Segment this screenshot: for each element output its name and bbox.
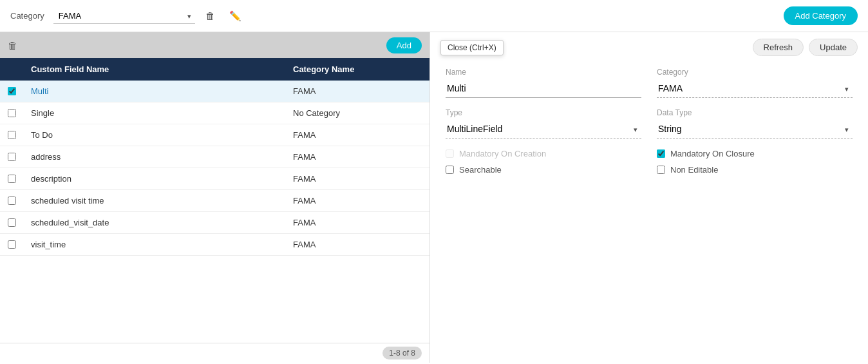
left-panel: 🗑 Add Custom Field Name Category Name Mu… xyxy=(0,32,430,363)
pagination-badge: 1-8 of 8 xyxy=(382,347,422,359)
non-editable-item: Non Editable xyxy=(657,165,853,175)
checkbox-group-right: Mandatory On Closure Non Editable xyxy=(657,149,853,175)
data-type-label: Data Type xyxy=(657,108,853,117)
row-name-7: scheduled_visit_date xyxy=(31,218,293,227)
table-row: visit_time FAMA xyxy=(0,234,429,256)
row-cat-1: FAMA xyxy=(293,86,422,96)
category-label: Category xyxy=(10,11,44,21)
type-field: Type MultiLineField SingleLineField xyxy=(446,108,641,139)
mandatory-on-closure-checkbox[interactable] xyxy=(657,149,665,158)
row-cat-6: FAMA xyxy=(293,196,422,206)
type-label: Type xyxy=(446,108,641,117)
table-row: scheduled_visit_date FAMA xyxy=(0,212,429,234)
row-check-5[interactable] xyxy=(8,175,31,183)
checkbox-2[interactable] xyxy=(8,109,16,117)
checkbox-8[interactable] xyxy=(8,240,16,249)
mandatory-on-closure-item: Mandatory On Closure xyxy=(657,149,853,158)
row-name-4: address xyxy=(31,152,293,162)
checkbox-3[interactable] xyxy=(8,131,16,139)
searchable-checkbox[interactable] xyxy=(446,166,454,174)
edit-icon-button[interactable]: ✏️ xyxy=(225,8,245,24)
row-check-1[interactable] xyxy=(8,87,31,95)
form-row-1: Name Category FAMA No Category xyxy=(446,68,853,98)
form-row-2: Type MultiLineField SingleLineField Data… xyxy=(446,108,853,139)
row-name-3: To Do xyxy=(31,130,293,140)
table-body: Multi FAMA Single No Category xyxy=(0,81,429,343)
row-cat-7: FAMA xyxy=(293,218,422,227)
name-field: Name xyxy=(446,68,641,98)
checkbox-5[interactable] xyxy=(8,175,16,183)
checkbox-4[interactable] xyxy=(8,153,16,161)
table-footer: 1-8 of 8 xyxy=(0,343,429,363)
checkbox-1[interactable] xyxy=(8,87,16,95)
close-button-tooltip: Close (Ctrl+X) xyxy=(440,40,504,55)
table-header: Custom Field Name Category Name xyxy=(0,58,429,81)
category-select[interactable]: FAMA No Category xyxy=(53,8,195,24)
refresh-button[interactable]: Refresh xyxy=(753,39,804,56)
row-check-7[interactable] xyxy=(8,218,31,227)
mandatory-on-creation-item: Mandatory On Creation xyxy=(446,149,641,158)
category-label: Category xyxy=(657,68,853,77)
update-button[interactable]: Update xyxy=(809,39,858,56)
row-check-6[interactable] xyxy=(8,196,31,205)
delete-icon-button[interactable]: 🗑 xyxy=(202,8,219,24)
top-bar: Category FAMA No Category 🗑 ✏️ Add Categ… xyxy=(0,0,868,32)
category-select-wrapper: FAMA No Category xyxy=(657,79,853,98)
row-check-8[interactable] xyxy=(8,240,31,249)
row-cat-8: FAMA xyxy=(293,240,422,249)
checkbox-group-left: Mandatory On Creation Searchable xyxy=(446,149,641,175)
mandatory-on-closure-label: Mandatory On Closure xyxy=(670,149,755,158)
right-form: Name Category FAMA No Category Type xyxy=(430,62,868,363)
category-select-right[interactable]: FAMA No Category xyxy=(657,79,853,98)
row-name-8: visit_time xyxy=(31,240,293,249)
category-field: Category FAMA No Category xyxy=(657,68,853,98)
data-type-select-wrapper: String Integer Boolean xyxy=(657,120,853,139)
right-toolbar: Close (Ctrl+X) Refresh Update xyxy=(430,32,868,62)
type-select-wrapper: MultiLineField SingleLineField xyxy=(446,120,641,139)
mandatory-on-creation-checkbox[interactable] xyxy=(446,149,454,158)
mandatory-on-creation-label: Mandatory On Creation xyxy=(459,149,546,158)
row-check-2[interactable] xyxy=(8,109,31,117)
table-row: address FAMA xyxy=(0,146,429,168)
toolbar-trash-icon: 🗑 xyxy=(8,40,17,51)
table-row: description FAMA xyxy=(0,168,429,190)
close-button[interactable]: Close (Ctrl+X) xyxy=(440,40,504,55)
type-select[interactable]: MultiLineField SingleLineField xyxy=(446,120,641,139)
header-custom-field-name: Custom Field Name xyxy=(31,64,293,74)
row-check-4[interactable] xyxy=(8,153,31,161)
non-editable-label: Non Editable xyxy=(670,165,718,175)
row-name-2: Single xyxy=(31,108,293,118)
row-link-1[interactable]: Multi xyxy=(31,86,48,96)
row-cat-2: No Category xyxy=(293,108,422,118)
row-name-5: description xyxy=(31,174,293,184)
checkbox-section: Mandatory On Creation Searchable Mandato… xyxy=(446,149,853,175)
add-button[interactable]: Add xyxy=(386,37,422,53)
table-row: To Do FAMA xyxy=(0,124,429,146)
left-toolbar: 🗑 Add xyxy=(0,32,429,58)
data-type-field: Data Type String Integer Boolean xyxy=(657,108,853,139)
row-check-3[interactable] xyxy=(8,131,31,139)
row-name-1: Multi xyxy=(31,86,293,96)
table-row: Single No Category xyxy=(0,102,429,124)
table-row: Multi FAMA xyxy=(0,81,429,102)
data-type-select[interactable]: String Integer Boolean xyxy=(657,120,853,139)
name-input[interactable] xyxy=(446,79,641,98)
main-content: 🗑 Add Custom Field Name Category Name Mu… xyxy=(0,32,868,363)
checkbox-7[interactable] xyxy=(8,218,16,227)
right-panel: Close (Ctrl+X) Refresh Update Name Categ… xyxy=(430,32,868,363)
non-editable-checkbox[interactable] xyxy=(657,166,665,174)
category-select-wrapper[interactable]: FAMA No Category xyxy=(53,8,195,24)
header-category-name: Category Name xyxy=(293,64,422,74)
left-toolbar-add: Add xyxy=(386,37,422,53)
table-row: scheduled visit time FAMA xyxy=(0,190,429,212)
searchable-item: Searchable xyxy=(446,165,641,175)
row-cat-3: FAMA xyxy=(293,130,422,140)
checkbox-6[interactable] xyxy=(8,196,16,205)
header-check-col xyxy=(8,64,31,74)
searchable-label: Searchable xyxy=(459,165,502,175)
row-cat-5: FAMA xyxy=(293,174,422,184)
row-cat-4: FAMA xyxy=(293,152,422,162)
name-label: Name xyxy=(446,68,641,77)
row-name-6: scheduled visit time xyxy=(31,196,293,206)
add-category-button[interactable]: Add Category xyxy=(784,6,858,25)
